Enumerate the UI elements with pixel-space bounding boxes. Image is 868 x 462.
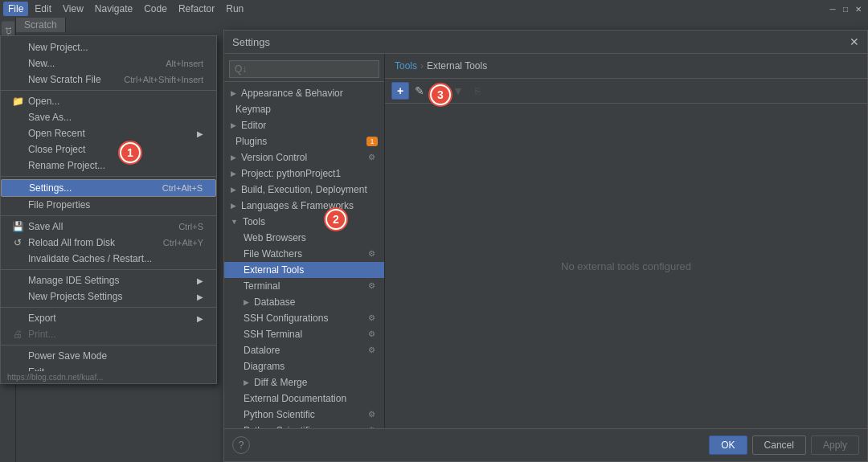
folder-icon: 📁 — [10, 96, 25, 107]
menu-file[interactable]: File — [3, 2, 28, 16]
menu-item-print: 🖨 Print... — [1, 326, 216, 342]
menu-item-save-all[interactable]: 💾 Save All Ctrl+S — [1, 219, 216, 235]
tree-item-tools[interactable]: ▼ Tools — [224, 214, 384, 230]
minimize-button[interactable]: ─ — [826, 2, 839, 15]
plugin-icon: ⚙ — [368, 281, 378, 291]
menu-item-export[interactable]: Export ▶ — [1, 310, 216, 326]
breadcrumb-parent[interactable]: Tools — [395, 60, 417, 72]
separator-6 — [1, 345, 216, 345]
tree-item-ssh-config[interactable]: SSH Configurations ⚙ — [224, 310, 384, 326]
edit-tool-button[interactable]: ✎ — [411, 82, 428, 100]
menu-item-manage-ide[interactable]: Manage IDE Settings ▶ — [1, 272, 216, 288]
plugin-icon: ⚙ — [368, 410, 378, 419]
breadcrumb-current: External Tools — [427, 60, 487, 72]
annotation-1: 1 — [120, 142, 141, 163]
plugin-icon: ⚙ — [368, 345, 378, 355]
floppy-icon: 💾 — [10, 221, 25, 232]
tree-item-web-browsers[interactable]: Web Browsers — [224, 230, 384, 246]
plugins-badge: 1 — [366, 137, 378, 146]
ide-content: 1: Project Scratch New Project... New...… — [0, 18, 868, 462]
menu-item-invalidate-caches[interactable]: Invalidate Caches / Restart... — [1, 251, 216, 267]
tree-item-database[interactable]: ▶ Database — [224, 294, 384, 310]
tree-item-plugins[interactable]: Plugins 1 — [224, 133, 384, 149]
tree-item-terminal[interactable]: Terminal ⚙ — [224, 278, 384, 294]
menu-item-new-project[interactable]: New Project... — [1, 39, 216, 55]
reload-icon: ↺ — [10, 237, 25, 248]
menu-item-open-recent[interactable]: Open Recent ▶ — [1, 125, 216, 141]
tree-item-keymap[interactable]: Keymap — [224, 101, 384, 117]
menu-item-power-save[interactable]: Power Save Mode — [1, 348, 216, 364]
menu-edit[interactable]: Edit — [30, 2, 56, 16]
menu-item-open[interactable]: 📁 Open... — [1, 93, 216, 109]
print-icon: 🖨 — [10, 329, 25, 340]
url-hint: https://blog.csdn.net/kuaf... — [1, 371, 216, 383]
empty-message: No external tools configured — [561, 260, 691, 272]
tree-item-project[interactable]: ▶ Project: pythonProject1 — [224, 166, 384, 182]
submenu-arrow: ▶ — [197, 129, 203, 138]
close-button[interactable]: ✕ — [852, 2, 865, 15]
plugin-icon: ⚙ — [368, 249, 378, 259]
separator-5 — [1, 307, 216, 308]
move-down-button[interactable]: ▼ — [449, 82, 467, 100]
menu-navigate[interactable]: Navigate — [90, 2, 137, 16]
tree-item-external-docs[interactable]: External Documentation — [224, 390, 384, 407]
plugin-icon: ⚙ — [368, 313, 378, 323]
expand-arrow: ▶ — [231, 89, 236, 97]
tree-item-python-integrated[interactable]: Python Scientific ⚙ — [224, 407, 384, 423]
dialog-close-button[interactable]: ✕ — [850, 35, 859, 48]
ide-window: File Edit View Navigate Code Refactor Ru… — [0, 0, 868, 462]
copy-tool-button[interactable]: ⎘ — [469, 82, 486, 100]
dialog-title-bar: Settings ✕ — [224, 31, 867, 54]
tree-item-diff-merge[interactable]: ▶ Diff & Merge — [224, 374, 384, 390]
dialog-title: Settings — [232, 36, 270, 48]
menu-item-new-scratch[interactable]: New Scratch File Ctrl+Alt+Shift+Insert — [1, 72, 216, 88]
tree-item-editor[interactable]: ▶ Editor — [224, 117, 384, 133]
scratch-file-tab[interactable]: Scratch — [16, 18, 66, 33]
expand-arrow: ▶ — [244, 298, 249, 306]
tree-item-external-tools[interactable]: External Tools — [224, 262, 384, 278]
settings-breadcrumb: Tools › External Tools — [385, 54, 867, 79]
settings-content: Tools › External Tools + ✎ ▲ ▼ ⎘ No — [385, 54, 867, 428]
external-tools-toolbar: + ✎ ▲ ▼ ⎘ — [385, 79, 867, 104]
tree-item-file-watchers[interactable]: File Watchers ⚙ — [224, 246, 384, 262]
settings-search-input[interactable] — [229, 60, 379, 78]
menu-item-close-project[interactable]: Close Project — [1, 141, 216, 157]
tree-item-diagrams[interactable]: Diagrams — [224, 358, 384, 374]
menu-code[interactable]: Code — [139, 2, 172, 16]
menu-item-rename-project[interactable]: Rename Project... — [1, 157, 216, 174]
menu-item-new-projects-settings[interactable]: New Projects Settings ▶ — [1, 288, 216, 305]
expand-arrow: ▶ — [231, 153, 236, 161]
menu-run[interactable]: Run — [221, 2, 248, 16]
menu-view[interactable]: View — [58, 2, 88, 16]
menu-item-file-properties[interactable]: File Properties — [1, 197, 216, 213]
separator-3 — [1, 215, 216, 216]
ok-button[interactable]: OK — [709, 435, 747, 455]
tree-item-version-control[interactable]: ▶ Version Control ⚙ — [224, 149, 384, 166]
plugin-icon: ⚙ — [368, 153, 378, 162]
settings-tree: ▶ Appearance & Behavior Keymap ▶ Editor … — [224, 54, 385, 428]
menu-item-settings[interactable]: Settings... Ctrl+Alt+S — [1, 179, 216, 197]
submenu-arrow-nps: ▶ — [197, 292, 203, 301]
tree-item-datalore[interactable]: Datalore ⚙ — [224, 342, 384, 358]
tree-item-python-scientific[interactable]: Python Scientific ⚙ — [224, 423, 384, 428]
cancel-button[interactable]: Cancel — [752, 435, 806, 455]
breadcrumb-separator: › — [420, 60, 424, 72]
menu-item-save-as[interactable]: Save As... — [1, 109, 216, 125]
menu-refactor[interactable]: Refactor — [174, 2, 219, 16]
tree-item-build[interactable]: ▶ Build, Execution, Deployment — [224, 182, 384, 198]
add-tool-button[interactable]: + — [391, 82, 409, 100]
expand-arrow: ▶ — [244, 378, 249, 386]
plugin-icon: ⚙ — [368, 329, 378, 339]
tree-item-appearance[interactable]: ▶ Appearance & Behavior — [224, 85, 384, 101]
menu-item-new[interactable]: New... Alt+Insert — [1, 55, 216, 72]
help-button[interactable]: ? — [232, 436, 250, 454]
tree-item-ssh-terminal[interactable]: SSH Terminal ⚙ — [224, 326, 384, 342]
window-controls: ─ □ ✕ — [826, 2, 865, 15]
apply-button[interactable]: Apply — [811, 435, 859, 455]
expand-arrow: ▼ — [231, 218, 238, 226]
expand-arrow: ▶ — [231, 202, 236, 210]
maximize-button[interactable]: □ — [839, 2, 852, 15]
separator-4 — [1, 269, 216, 270]
menu-item-reload[interactable]: ↺ Reload All from Disk Ctrl+Alt+Y — [1, 235, 216, 251]
tree-item-languages[interactable]: ▶ Languages & Frameworks — [224, 198, 384, 214]
